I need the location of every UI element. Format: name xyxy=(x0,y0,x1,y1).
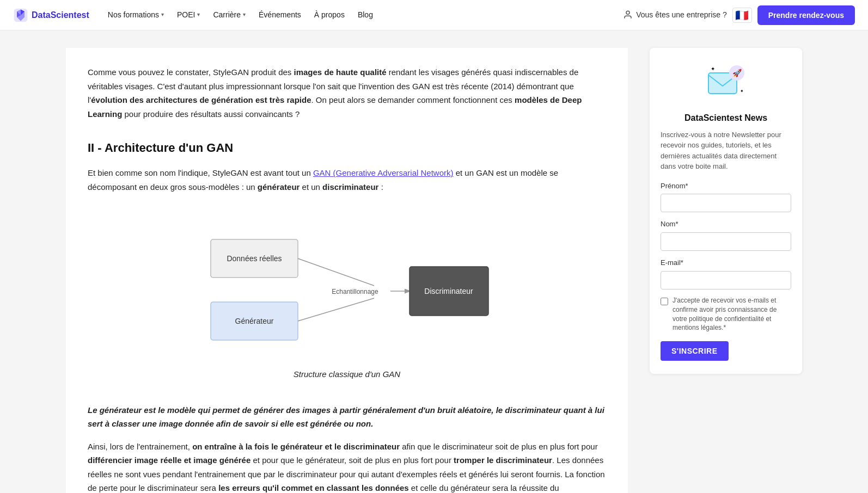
section-intro-paragraph: Et bien comme son nom l'indique, StyleGA… xyxy=(88,166,606,194)
chevron-down-icon: ▾ xyxy=(161,10,164,19)
navbar: DataScientest Nos formations ▾ POEI ▾ Ca… xyxy=(0,0,868,30)
nav-right: Vous êtes une entreprise ? 🇫🇷 Prendre re… xyxy=(623,5,855,25)
nav-evenements[interactable]: Événements xyxy=(253,5,307,24)
chevron-down-icon: ▾ xyxy=(243,10,246,19)
svg-line-6 xyxy=(298,258,374,286)
nav-blog[interactable]: Blog xyxy=(352,5,378,24)
svg-text:Discriminateur: Discriminateur xyxy=(424,287,473,295)
subscribe-button[interactable]: S'INSCRIRE xyxy=(661,341,729,361)
svg-text:🚀: 🚀 xyxy=(732,69,742,78)
nav-carriere[interactable]: Carrière ▾ xyxy=(207,5,251,24)
svg-text:✦: ✦ xyxy=(711,66,715,72)
svg-text:Echantillonnage: Echantillonnage xyxy=(332,288,378,295)
blockquote: Le générateur est le modèle qui permet d… xyxy=(88,403,606,431)
email-label: E-mail* xyxy=(661,257,791,269)
newsletter-icon-wrap: 🚀 ✦ ✦ xyxy=(661,61,791,104)
sidebar: 🚀 ✦ ✦ DataScientest News Inscrivez-vous … xyxy=(650,48,802,493)
nom-field: Nom* xyxy=(661,219,791,251)
enterprise-link[interactable]: Vous êtes une entreprise ? xyxy=(623,9,727,21)
article-content: Comme vous pouvez le constater, StyleGAN… xyxy=(66,48,628,493)
svg-line-7 xyxy=(298,298,374,321)
intro-paragraph: Comme vous pouvez le constater, StyleGAN… xyxy=(88,65,606,121)
prenom-field: Prénom* xyxy=(661,181,791,213)
diagram-container: Données réelles Générateur Echantillonna… xyxy=(88,207,606,390)
nav-poei[interactable]: POEI ▾ xyxy=(172,5,205,24)
diagram-svg: Données réelles Générateur Echantillonna… xyxy=(194,207,499,363)
cta-button[interactable]: Prendre rendez-vous xyxy=(757,5,855,25)
consent-checkbox[interactable] xyxy=(661,298,668,305)
email-input[interactable] xyxy=(661,271,791,289)
prenom-label: Prénom* xyxy=(661,181,791,192)
newsletter-card: 🚀 ✦ ✦ DataScientest News Inscrivez-vous … xyxy=(650,48,802,374)
logo-text: DataScientest xyxy=(32,8,89,22)
nav-a-propos[interactable]: À propos xyxy=(309,5,350,24)
language-flag[interactable]: 🇫🇷 xyxy=(732,8,752,23)
newsletter-title: DataScientest News xyxy=(661,111,791,125)
logo-link[interactable]: DataScientest xyxy=(13,8,89,23)
page-wrapper: Comme vous pouvez le constater, StyleGAN… xyxy=(53,30,815,493)
svg-text:✦: ✦ xyxy=(740,89,744,94)
nav-nos-formations[interactable]: Nos formations ▾ xyxy=(102,5,169,24)
chevron-down-icon: ▾ xyxy=(197,10,200,19)
checkbox-row: J'accepte de recevoir vos e-mails et con… xyxy=(661,296,791,332)
svg-text:Données réelles: Données réelles xyxy=(227,254,282,263)
prenom-input[interactable] xyxy=(661,194,791,212)
body-paragraph: Ainsi, lors de l'entrainement, on entraî… xyxy=(88,440,606,493)
newsletter-description: Inscrivez-vous à notre Newsletter pour r… xyxy=(661,130,791,172)
svg-text:Générateur: Générateur xyxy=(235,317,274,325)
nav-links: Nos formations ▾ POEI ▾ Carrière ▾ Événe… xyxy=(102,5,619,24)
section-heading: II - Architecture d'un GAN xyxy=(88,138,606,157)
newsletter-icon: 🚀 ✦ ✦ xyxy=(704,61,748,104)
diagram-caption: Structure classique d'un GAN xyxy=(294,367,400,381)
gan-link[interactable]: GAN (Generative Adversarial Network) xyxy=(313,168,454,177)
consent-label: J'accepte de recevoir vos e-mails et con… xyxy=(673,296,791,332)
nom-label: Nom* xyxy=(661,219,791,230)
nom-input[interactable] xyxy=(661,232,791,251)
email-field: E-mail* xyxy=(661,257,791,289)
svg-point-1 xyxy=(626,11,629,15)
